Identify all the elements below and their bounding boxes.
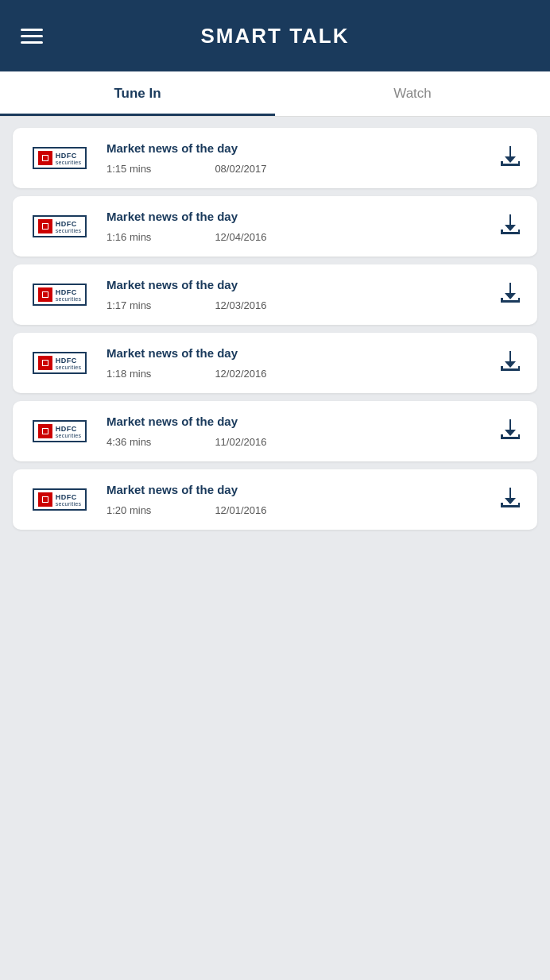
item-date: 12/04/2016 bbox=[215, 231, 266, 243]
download-button[interactable] bbox=[494, 209, 526, 244]
hamburger-line-1 bbox=[21, 29, 43, 31]
hdfc-bottom-label: securities bbox=[56, 296, 82, 302]
menu-button[interactable] bbox=[16, 24, 48, 48]
hdfc-text: HDFC securities bbox=[52, 357, 82, 370]
download-arrow bbox=[509, 419, 512, 430]
item-info: Market news of the day 1:17 mins 12/03/2… bbox=[107, 278, 483, 311]
hdfc-red-inner bbox=[42, 428, 48, 434]
hdfc-top-label: HDFC bbox=[56, 425, 82, 433]
download-arrow bbox=[509, 214, 512, 226]
logo-area: HDFC securities bbox=[24, 215, 95, 237]
item-date: 08/02/2017 bbox=[215, 163, 266, 175]
download-icon bbox=[500, 283, 521, 307]
hdfc-logo: HDFC securities bbox=[33, 284, 87, 306]
hdfc-top-label: HDFC bbox=[56, 288, 82, 296]
hdfc-red-square bbox=[38, 424, 52, 438]
logo-area: HDFC securities bbox=[24, 284, 95, 306]
hamburger-line-2 bbox=[21, 35, 43, 37]
item-title: Market news of the day bbox=[107, 483, 483, 496]
item-meta: 1:18 mins 12/02/2016 bbox=[107, 368, 483, 380]
hdfc-logo: HDFC securities bbox=[33, 147, 87, 169]
list-item[interactable]: HDFC securities Market news of the day 1… bbox=[13, 196, 537, 257]
download-button[interactable] bbox=[494, 414, 526, 449]
item-info: Market news of the day 4:36 mins 11/02/2… bbox=[107, 415, 483, 448]
item-duration: 4:36 mins bbox=[107, 436, 151, 448]
hdfc-red-square bbox=[38, 356, 52, 370]
hamburger-line-3 bbox=[21, 41, 43, 44]
hdfc-logo: HDFC securities bbox=[33, 352, 87, 374]
content-area: Tune In Watch HDFC securities bbox=[0, 71, 550, 980]
hdfc-red-inner bbox=[42, 155, 48, 161]
list-item[interactable]: HDFC securities Market news of the day 4… bbox=[13, 401, 537, 461]
item-meta: 1:17 mins 12/03/2016 bbox=[107, 299, 483, 311]
hdfc-top-label: HDFC bbox=[56, 152, 82, 160]
hdfc-text: HDFC securities bbox=[52, 493, 82, 507]
item-duration: 1:17 mins bbox=[107, 299, 151, 311]
podcast-list: HDFC securities Market news of the day 1… bbox=[0, 117, 550, 980]
logo-area: HDFC securities bbox=[24, 488, 95, 511]
list-item[interactable]: HDFC securities Market news of the day 1… bbox=[13, 128, 537, 188]
hdfc-top-label: HDFC bbox=[56, 357, 82, 365]
download-icon bbox=[500, 214, 521, 238]
hdfc-bottom-label: securities bbox=[56, 160, 82, 165]
list-item[interactable]: HDFC securities Market news of the day 1… bbox=[13, 469, 537, 530]
hdfc-red-inner bbox=[42, 223, 48, 230]
hdfc-logo: HDFC securities bbox=[33, 215, 87, 237]
download-base bbox=[501, 437, 520, 439]
item-info: Market news of the day 1:16 mins 12/04/2… bbox=[107, 210, 483, 243]
item-date: 12/02/2016 bbox=[215, 368, 266, 380]
download-button[interactable] bbox=[494, 141, 526, 176]
list-item[interactable]: HDFC securities Market news of the day 1… bbox=[13, 333, 537, 393]
item-date: 12/01/2016 bbox=[215, 504, 266, 516]
hdfc-bottom-label: securities bbox=[56, 365, 82, 370]
item-title: Market news of the day bbox=[107, 278, 483, 291]
app-container: SMART TALK Tune In Watch HDFC bbox=[0, 0, 550, 980]
item-meta: 1:16 mins 12/04/2016 bbox=[107, 231, 483, 243]
item-duration: 1:20 mins bbox=[107, 504, 151, 516]
tab-bar: Tune In Watch bbox=[0, 71, 550, 117]
hdfc-bottom-label: securities bbox=[56, 228, 82, 233]
tab-watch[interactable]: Watch bbox=[275, 71, 550, 116]
hdfc-red-inner bbox=[42, 496, 48, 503]
hdfc-logo: HDFC securities bbox=[33, 488, 87, 511]
list-item[interactable]: HDFC securities Market news of the day 1… bbox=[13, 264, 537, 325]
download-button[interactable] bbox=[494, 482, 526, 517]
item-duration: 1:16 mins bbox=[107, 231, 151, 243]
item-date: 11/02/2016 bbox=[215, 436, 266, 448]
logo-area: HDFC securities bbox=[24, 420, 95, 442]
tab-tune-in[interactable]: Tune In bbox=[0, 71, 275, 116]
hdfc-logo: HDFC securities bbox=[33, 420, 87, 442]
hdfc-red-square bbox=[38, 151, 52, 165]
download-icon bbox=[500, 488, 521, 511]
hdfc-red-square bbox=[38, 219, 52, 233]
item-title: Market news of the day bbox=[107, 210, 483, 223]
download-arrow bbox=[509, 488, 512, 499]
download-arrow bbox=[509, 146, 512, 157]
download-button[interactable] bbox=[494, 345, 526, 380]
item-meta: 1:15 mins 08/02/2017 bbox=[107, 163, 483, 175]
item-title: Market news of the day bbox=[107, 141, 483, 155]
hdfc-red-inner bbox=[42, 291, 48, 298]
download-icon bbox=[500, 146, 521, 170]
item-info: Market news of the day 1:20 mins 12/01/2… bbox=[107, 483, 483, 516]
download-base bbox=[501, 505, 520, 507]
hdfc-red-square bbox=[38, 492, 52, 507]
hdfc-top-label: HDFC bbox=[56, 493, 82, 501]
hdfc-text: HDFC securities bbox=[52, 220, 82, 233]
logo-area: HDFC securities bbox=[24, 147, 95, 169]
hdfc-bottom-label: securities bbox=[56, 501, 82, 507]
item-duration: 1:18 mins bbox=[107, 368, 151, 380]
download-button[interactable] bbox=[494, 277, 526, 312]
download-base bbox=[501, 232, 520, 234]
download-base bbox=[501, 300, 520, 303]
item-meta: 1:20 mins 12/01/2016 bbox=[107, 504, 483, 516]
item-meta: 4:36 mins 11/02/2016 bbox=[107, 436, 483, 448]
item-date: 12/03/2016 bbox=[215, 299, 266, 311]
item-info: Market news of the day 1:18 mins 12/02/2… bbox=[107, 346, 483, 380]
logo-area: HDFC securities bbox=[24, 352, 95, 374]
download-arrow bbox=[509, 351, 512, 362]
hdfc-text: HDFC securities bbox=[52, 152, 82, 165]
item-duration: 1:15 mins bbox=[107, 163, 151, 175]
item-title: Market news of the day bbox=[107, 415, 483, 428]
hdfc-red-square bbox=[38, 287, 52, 302]
